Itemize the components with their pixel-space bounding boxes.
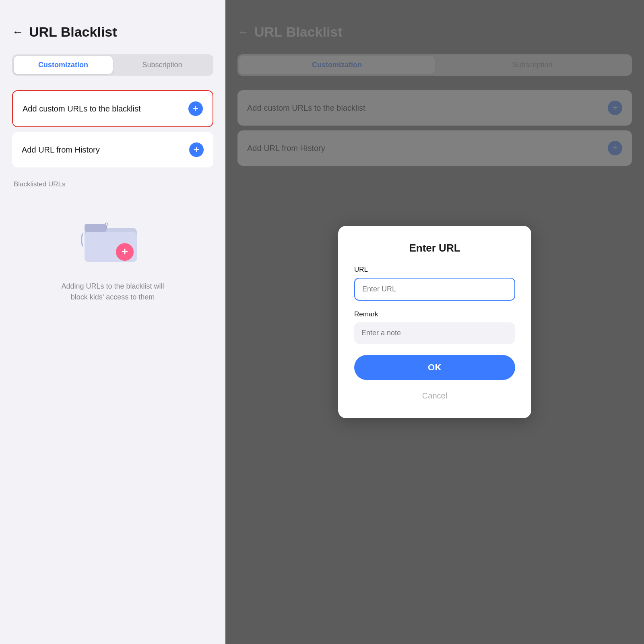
left-tab-customization[interactable]: Customization	[14, 56, 113, 74]
url-input[interactable]	[354, 278, 515, 301]
left-add-custom-urls-btn[interactable]: +	[188, 101, 203, 116]
left-page-title: URL Blacklist	[29, 24, 117, 40]
left-add-custom-urls-text: Add custom URLs to the blacklist	[23, 104, 140, 114]
remark-field-label: Remark	[354, 310, 515, 318]
dialog-title: Enter URL	[354, 242, 515, 254]
dialog-overlay: Enter URL URL Remark OK Cancel	[225, 0, 644, 644]
dialog-cancel-button[interactable]: Cancel	[354, 386, 515, 405]
enter-url-dialog: Enter URL URL Remark OK Cancel	[338, 226, 531, 418]
left-add-url-history-btn[interactable]: +	[189, 142, 204, 157]
left-add-url-history-text: Add URL from History	[22, 145, 100, 155]
remark-input[interactable]	[354, 322, 515, 344]
left-folder-icon: + ?	[80, 212, 145, 270]
left-add-custom-urls-item[interactable]: Add custom URLs to the blacklist +	[12, 90, 213, 127]
left-header: ← URL Blacklist	[12, 24, 213, 40]
left-section-label: Blacklisted URLs	[14, 180, 212, 188]
left-tab-subscription[interactable]: Subscription	[113, 56, 212, 74]
left-back-arrow[interactable]: ←	[12, 26, 23, 39]
left-add-custom-urls-icon: +	[193, 103, 198, 113]
svg-text:?: ?	[105, 221, 109, 229]
right-panel: ← URL Blacklist Customization Subscripti…	[225, 0, 644, 644]
left-add-url-history-icon: +	[194, 144, 199, 154]
folder-illustration-icon: + ?	[80, 212, 145, 268]
left-panel: ← URL Blacklist Customization Subscripti…	[0, 0, 225, 644]
svg-text:+: +	[122, 245, 128, 258]
left-add-url-from-history-item[interactable]: Add URL from History +	[12, 132, 213, 167]
left-empty-text: Adding URLs to the blacklist will block …	[52, 281, 173, 303]
left-empty-state: + ? Adding URLs to the blacklist will bl…	[12, 212, 213, 303]
url-field-label: URL	[354, 266, 515, 274]
left-tabs: Customization Subscription	[12, 54, 213, 76]
svg-rect-1	[85, 224, 107, 232]
dialog-ok-button[interactable]: OK	[354, 355, 515, 380]
